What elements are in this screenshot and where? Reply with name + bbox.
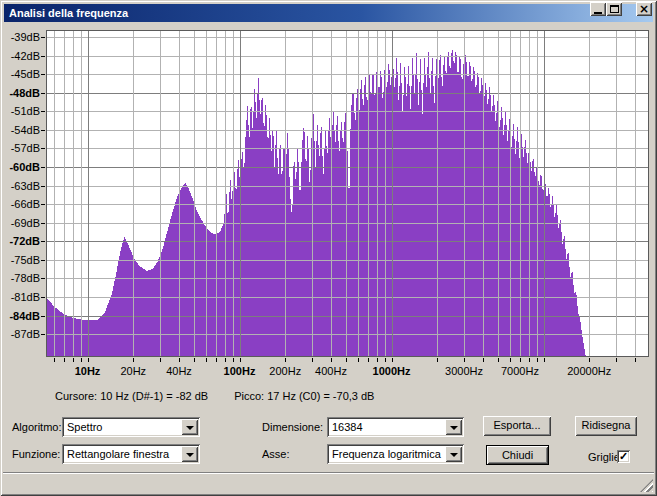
axis-dropdown-button[interactable] (445, 446, 462, 462)
resize-grip[interactable] (640, 479, 653, 492)
chevron-down-icon (186, 426, 194, 430)
size-dropdown-button[interactable] (445, 419, 462, 435)
frequency-analysis-dialog: Analisi della frequenza × -39dB-42dB-45d… (0, 0, 657, 496)
axis-value: Frequenza logaritmica (332, 448, 441, 460)
chevron-down-icon (186, 453, 194, 457)
y-axis-label: -78dB (11, 272, 40, 284)
y-axis-label: -45dB (11, 68, 40, 80)
y-axis-label: -75dB (11, 254, 40, 266)
export-button[interactable]: Esporta... (483, 416, 551, 436)
x-axis-label: 20000Hz (567, 365, 611, 377)
algorithm-value: Spettro (67, 421, 102, 433)
function-select[interactable]: Rettangolare finestra (62, 444, 200, 464)
x-axis-label: 200Hz (269, 365, 301, 377)
y-axis-label: -54dB (11, 124, 40, 136)
x-axis-label: 20Hz (120, 365, 146, 377)
y-axis-label: -39dB (11, 31, 40, 43)
algorithm-dropdown-button[interactable] (181, 419, 198, 435)
grids-label: Griglie (588, 451, 620, 463)
x-axis-label: 1000Hz (373, 365, 411, 377)
y-axis-label: -48dB (9, 87, 40, 99)
grids-checkbox[interactable]: ✓ (617, 450, 630, 463)
status-bar (3, 472, 654, 493)
y-axis-label: -42dB (11, 50, 40, 62)
y-axis-label: -63dB (11, 180, 40, 192)
y-axis-label: -66dB (11, 198, 40, 210)
x-axis-label: 400Hz (315, 365, 347, 377)
spectrum-chart[interactable]: -39dB-42dB-45dB-48dB-51dB-54dB-57dB-60dB… (0, 8, 657, 390)
cursor-peak-status: Cursore: 10 Hz (D#-1) = -82 dBPicco: 17 … (55, 390, 374, 402)
y-axis-label: -87dB (11, 328, 40, 340)
x-axis-label: 7000Hz (501, 365, 539, 377)
algorithm-label: Algoritmo: (12, 421, 62, 433)
function-value: Rettangolare finestra (67, 448, 169, 460)
redraw-button[interactable]: Ridisegna (575, 416, 637, 436)
axis-select[interactable]: Frequenza logaritmica (327, 444, 464, 464)
y-axis-label: -51dB (11, 105, 40, 117)
check-icon: ✓ (619, 451, 628, 462)
y-axis-label: -60dB (9, 161, 40, 173)
size-label: Dimensione: (262, 421, 323, 433)
x-axis-label: 3000Hz (445, 365, 483, 377)
chevron-down-icon (450, 426, 458, 430)
algorithm-select[interactable]: Spettro (62, 417, 200, 437)
y-axis-label: -72dB (9, 235, 40, 247)
x-axis-label: 10Hz (75, 365, 101, 377)
x-axis-label: 100Hz (224, 365, 256, 377)
axis-label: Asse: (262, 448, 290, 460)
cursor-readout: Cursore: 10 Hz (D#-1) = -82 dB (55, 390, 208, 402)
function-dropdown-button[interactable] (181, 446, 198, 462)
y-axis-label: -57dB (11, 142, 40, 154)
function-label: Funzione: (12, 448, 60, 460)
peak-readout: Picco: 17 Hz (C0) = -70,3 dB (234, 390, 374, 402)
y-axis-label: -69dB (11, 217, 40, 229)
close-dialog-button[interactable]: Chiudi (486, 445, 549, 465)
y-axis-label: -84dB (9, 310, 40, 322)
chevron-down-icon (450, 453, 458, 457)
size-select[interactable]: 16384 (327, 417, 464, 437)
x-axis-label: 40Hz (166, 365, 192, 377)
size-value: 16384 (332, 421, 363, 433)
y-axis-label: -81dB (11, 291, 40, 303)
